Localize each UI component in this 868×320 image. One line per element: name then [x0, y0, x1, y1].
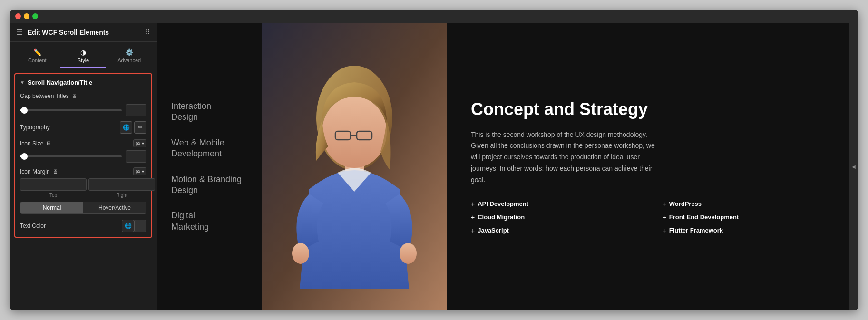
skill-frontend-label: Front End Development	[669, 213, 739, 221]
state-tabs: Normal Hover/Active	[20, 202, 146, 214]
gap-slider-track	[20, 109, 122, 111]
margin-labels-row: Top Right Bottom Left	[20, 193, 157, 198]
iconsize-slider-input[interactable]	[126, 150, 146, 163]
skill-plus-icon-5: +	[471, 227, 475, 234]
responsive-icon: 🖥	[71, 93, 77, 99]
section-header[interactable]: ▼ Scroll Navigation/Title	[20, 79, 146, 86]
gap-slider-row	[20, 104, 146, 116]
margin-right-input[interactable]	[88, 178, 155, 191]
skill-cloud-label: Cloud Migration	[478, 213, 525, 221]
section-arrow-icon: ▼	[20, 80, 25, 85]
iconsize-label: Icon Size 🖥	[20, 140, 133, 147]
skill-plus-icon-4: +	[663, 213, 666, 221]
iconmargin-header-row: Icon Margin 🖥 px ▾	[20, 167, 146, 175]
typography-globe-btn[interactable]: 🌐	[120, 121, 132, 134]
gap-slider-input[interactable]	[126, 104, 146, 116]
textcolor-globe-btn[interactable]: 🌐	[122, 220, 134, 232]
gap-slider-thumb[interactable]	[21, 107, 28, 114]
iconmargin-label: Icon Margin 🖥	[20, 168, 133, 175]
tab-content[interactable]: ✏️ Content	[14, 46, 60, 68]
left-panel: ☰ Edit WCF Scroll Elements ⠿ ✏️ Content …	[10, 23, 157, 310]
skill-flutter: + Flutter Framework	[663, 227, 826, 234]
advanced-icon: ⚙️	[125, 48, 133, 56]
nav-item-interaction[interactable]: InteractionDesign	[171, 101, 262, 123]
iconmargin-unit[interactable]: px ▾	[133, 167, 146, 175]
collapse-handle[interactable]: ◀	[849, 23, 858, 310]
right-label: Right	[88, 193, 155, 198]
section-title: Scroll Navigation/Title	[28, 79, 92, 86]
state-normal-tab[interactable]: Normal	[20, 202, 83, 213]
skill-api-label: API Development	[478, 200, 528, 207]
svg-point-7	[292, 243, 309, 264]
photo-section	[262, 23, 447, 310]
skill-plus-icon-6: +	[663, 227, 666, 234]
grid-icon[interactable]: ⠿	[145, 28, 150, 37]
iconsize-slider-track	[20, 155, 122, 157]
skill-wordpress: + WordPress	[663, 200, 826, 208]
skill-js-label: JavaScript	[478, 227, 509, 234]
typography-label: Typography	[20, 124, 118, 131]
skill-flutter-label: Flutter Framework	[669, 227, 723, 234]
svg-point-8	[400, 243, 417, 264]
skill-api: + API Development	[471, 200, 634, 208]
tab-advanced[interactable]: ⚙️ Advanced	[106, 46, 152, 68]
tab-content-label: Content	[28, 58, 47, 63]
gap-titles-label: Gap between Titles 🖥	[20, 93, 146, 99]
info-section: Concept and Strategy This is the second …	[447, 23, 849, 310]
panel-tabs: ✏️ Content ◑ Style ⚙️ Advanced	[10, 42, 157, 68]
person-illustration	[262, 23, 447, 310]
minimize-button[interactable]	[24, 13, 29, 19]
nav-item-digital[interactable]: DigitalMarketing	[171, 210, 262, 233]
skill-cloud: + Cloud Migration	[471, 213, 634, 221]
iconsize-row: Icon Size 🖥 px ▾	[20, 139, 146, 147]
scroll-navigation-section: ▼ Scroll Navigation/Title Gap between Ti…	[14, 73, 152, 238]
info-title: Concept and Strategy	[471, 99, 825, 119]
typography-row: Typography 🌐 ✏	[20, 121, 146, 134]
iconsize-responsive-icon: 🖥	[46, 140, 51, 147]
photo-placeholder	[262, 23, 447, 310]
textcolor-color-picker[interactable]	[134, 220, 146, 232]
nav-item-motion[interactable]: Motion & BrandingDesign	[171, 174, 262, 196]
tab-style-label: Style	[78, 58, 89, 63]
margin-top-input[interactable]	[20, 178, 87, 191]
content-icon: ✏️	[33, 48, 41, 56]
margin-inputs-grid: Top Right Bottom Left	[20, 178, 157, 202]
close-button[interactable]	[15, 13, 21, 19]
nav-item-web[interactable]: Web & MobileDevelopment	[171, 137, 262, 160]
margin-inputs-row	[20, 178, 157, 191]
titlebar	[10, 10, 858, 23]
skill-plus-icon-3: +	[471, 213, 475, 221]
skill-frontend: + Front End Development	[663, 213, 826, 221]
textcolor-label: Text Color	[20, 223, 120, 229]
collapse-icon: ◀	[852, 164, 856, 169]
info-description: This is the second workshop of the UX de…	[471, 129, 661, 186]
iconmargin-responsive-icon: 🖥	[52, 168, 58, 175]
skill-plus-icon: +	[471, 200, 475, 208]
skill-wordpress-label: WordPress	[669, 200, 702, 207]
svg-point-3	[322, 97, 387, 168]
maximize-button[interactable]	[32, 13, 38, 19]
tab-style[interactable]: ◑ Style	[60, 46, 107, 68]
typography-edit-btn[interactable]: ✏	[134, 121, 146, 134]
nav-list: InteractionDesign Web & MobileDevelopmen…	[157, 23, 262, 310]
style-icon: ◑	[80, 48, 86, 56]
content-area: Concept and Strategy This is the second …	[262, 23, 849, 310]
center-area: InteractionDesign Web & MobileDevelopmen…	[157, 23, 858, 310]
traffic-lights	[15, 13, 38, 19]
iconsize-slider-row	[20, 150, 146, 163]
skill-plus-icon-2: +	[663, 200, 666, 208]
panel-title: Edit WCF Scroll Elements	[28, 29, 140, 36]
margin-inputs-area: Top Right Bottom Left 🔗	[20, 178, 146, 202]
state-hover-tab[interactable]: Hover/Active	[83, 202, 146, 213]
panel-header: ☰ Edit WCF Scroll Elements ⠿	[10, 23, 157, 42]
textcolor-row: Text Color 🌐	[20, 220, 146, 232]
gap-titles-row: Gap between Titles 🖥	[20, 93, 146, 99]
hamburger-icon[interactable]: ☰	[16, 28, 23, 37]
skills-grid: + API Development + WordPress + Cloud Mi…	[471, 200, 825, 234]
top-label: Top	[20, 193, 87, 198]
iconsize-slider-thumb[interactable]	[21, 153, 28, 160]
skill-js: + JavaScript	[471, 227, 634, 234]
iconsize-unit[interactable]: px ▾	[133, 139, 146, 147]
tab-advanced-label: Advanced	[117, 58, 141, 63]
